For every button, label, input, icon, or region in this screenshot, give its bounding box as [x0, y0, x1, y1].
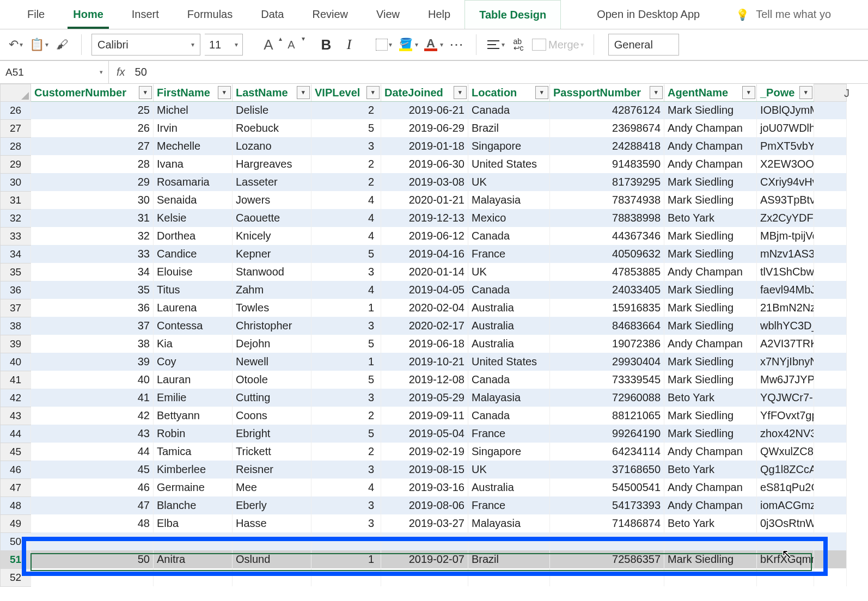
cell-location[interactable]: United States	[468, 353, 550, 371]
cell-passportnumber[interactable]: 37168650	[550, 461, 664, 479]
cell-location[interactable]: Singapore	[468, 443, 550, 461]
col-header-viplevel[interactable]: VIPLevel▾	[311, 84, 381, 102]
cell-location[interactable]: Malayasia	[468, 191, 550, 209]
cell-location[interactable]: Canada	[468, 101, 550, 119]
cell-firstname[interactable]: Blanche	[154, 496, 233, 514]
row-header[interactable]: 35	[1, 263, 31, 281]
cell-datejoined[interactable]: 2019-08-15	[381, 461, 468, 479]
cell-passportnumber[interactable]: 47853885	[550, 263, 664, 281]
cell-datejoined[interactable]: 2020-02-04	[381, 299, 468, 317]
cell-datejoined[interactable]: 2019-12-13	[381, 209, 468, 227]
cell-viplevel[interactable]: 4	[311, 209, 381, 227]
cell-lastname[interactable]: Eberly	[233, 496, 311, 514]
cell-viplevel[interactable]: 4	[311, 479, 381, 496]
cell-location[interactable]: UK	[468, 263, 550, 281]
cell-agentname[interactable]: Andy Champan	[664, 335, 757, 353]
fill-color-button[interactable]: 🪣▾	[398, 34, 418, 56]
cell-agentname[interactable]: Andy Champan	[664, 263, 757, 281]
select-all-corner[interactable]	[1, 84, 31, 102]
cell-lastname[interactable]: Hargreaves	[233, 155, 311, 173]
cell-datejoined[interactable]: 2020-01-21	[381, 191, 468, 209]
cell-customernumber[interactable]: 32	[31, 227, 154, 245]
cell-agentname[interactable]: Mark Siedling	[664, 299, 757, 317]
cell-agentname[interactable]: Mark Siedling	[664, 550, 757, 568]
cell-agentname[interactable]: Andy Champan	[664, 119, 757, 137]
cell-firstname[interactable]: Dorthea	[154, 227, 233, 245]
cell-customernumber[interactable]: 42	[31, 407, 154, 425]
cell-passportnumber[interactable]: 72960088	[550, 389, 664, 407]
cell-lastname[interactable]: Newell	[233, 353, 311, 371]
cell-datejoined[interactable]: 2019-12-08	[381, 371, 468, 389]
row-header[interactable]: 40	[1, 353, 31, 371]
cell-powe[interactable]: Zx2CyYDFm2E	[757, 209, 814, 227]
table-row[interactable]: 4847BlancheEberly32019-08-06France541733…	[1, 496, 847, 514]
cell-datejoined[interactable]: 2019-03-08	[381, 173, 468, 191]
cell-lastname[interactable]: Zahm	[233, 281, 311, 299]
cell-location[interactable]: Malayasia	[468, 389, 550, 407]
undo-button[interactable]: ↶▾	[7, 34, 25, 56]
cell-location[interactable]: UK	[468, 461, 550, 479]
tab-data[interactable]: Data	[247, 0, 298, 29]
cell-datejoined[interactable]: 2019-05-04	[381, 425, 468, 443]
cell-powe[interactable]	[757, 532, 814, 550]
cell-passportnumber[interactable]: 78838998	[550, 209, 664, 227]
table-row[interactable]: 5150AnitraOslund12019-02-07Brazil7258635…	[1, 550, 847, 568]
cell-customernumber[interactable]: 30	[31, 191, 154, 209]
cell-agentname[interactable]	[664, 532, 757, 550]
cell-customernumber[interactable]: 26	[31, 119, 154, 137]
cell-datejoined[interactable]: 2020-02-17	[381, 317, 468, 335]
cell-viplevel[interactable]: 3	[311, 263, 381, 281]
row-header[interactable]: 42	[1, 389, 31, 407]
cell-agentname[interactable]: Mark Siedling	[664, 191, 757, 209]
italic-button[interactable]: I	[340, 34, 358, 56]
table-row[interactable]: 4746GermaineMee42019-03-16Australia54500…	[1, 479, 847, 496]
row-header[interactable]: 45	[1, 443, 31, 461]
tab-table-design[interactable]: Table Design	[464, 0, 561, 29]
cell-datejoined[interactable]: 2019-04-16	[381, 245, 468, 263]
cell-viplevel[interactable]: 3	[311, 496, 381, 514]
cell-location[interactable]: Canada	[468, 371, 550, 389]
col-header-firstname[interactable]: FirstName▾	[154, 84, 233, 102]
cell-agentname[interactable]: Andy Champan	[664, 479, 757, 496]
cell-agentname[interactable]: Beto Yark	[664, 461, 757, 479]
cell-powe[interactable]: x7NYjIbnyN0	[757, 353, 814, 371]
table-row[interactable]: 52	[1, 568, 847, 586]
cell-passportnumber[interactable]: 54500541	[550, 479, 664, 496]
cell-datejoined[interactable]: 2019-01-18	[381, 137, 468, 155]
more-font-options[interactable]: ⋯	[448, 34, 466, 56]
cell-viplevel[interactable]: 2	[311, 155, 381, 173]
cell-lastname[interactable]: Lasseter	[233, 173, 311, 191]
cell-customernumber[interactable]: 34	[31, 263, 154, 281]
table-row[interactable]: 3130SenaidaJowers42020-01-21Malayasia783…	[1, 191, 847, 209]
cell-lastname[interactable]: Mee	[233, 479, 311, 496]
tab-home[interactable]: Home	[59, 0, 118, 29]
cell-passportnumber[interactable]	[550, 532, 664, 550]
cell-datejoined[interactable]: 2019-06-21	[381, 101, 468, 119]
cell-firstname[interactable]: Kelsie	[154, 209, 233, 227]
table-row[interactable]: 4443RobinEbright52019-05-04France9926419…	[1, 425, 847, 443]
col-header-lastname[interactable]: LastName▾	[233, 84, 311, 102]
cell-firstname[interactable]: Robin	[154, 425, 233, 443]
table-row[interactable]: 4948ElbaHasse32019-03-27Malayasia7148687…	[1, 514, 847, 532]
cell-viplevel[interactable]: 3	[311, 317, 381, 335]
cell-powe[interactable]: bKrfXGqmnqY	[757, 550, 814, 568]
cell-firstname[interactable]: Ivana	[154, 155, 233, 173]
cell-powe[interactable]: joU07WDlhf4	[757, 119, 814, 137]
cell-lastname[interactable]: Caouette	[233, 209, 311, 227]
cell-firstname[interactable]: Bettyann	[154, 407, 233, 425]
cell-powe[interactable]: Qg1l8ZCcALk	[757, 461, 814, 479]
cell-customernumber[interactable]: 50	[31, 550, 154, 568]
tab-help[interactable]: Help	[414, 0, 464, 29]
cell-passportnumber[interactable]: 24033405	[550, 281, 664, 299]
cell-passportnumber[interactable]: 71486874	[550, 514, 664, 532]
table-row[interactable]: 3332DortheaKnicely42019-06-12Canada44367…	[1, 227, 847, 245]
cell-powe[interactable]: 21BmN2Nzdkc	[757, 299, 814, 317]
cell-passportnumber[interactable]: 23698674	[550, 119, 664, 137]
cell-datejoined[interactable]: 2019-06-18	[381, 335, 468, 353]
cell-agentname[interactable]: Beto Yark	[664, 389, 757, 407]
cell-firstname[interactable]: Lauran	[154, 371, 233, 389]
row-header[interactable]: 32	[1, 209, 31, 227]
cell-firstname[interactable]: Tamica	[154, 443, 233, 461]
cell-passportnumber[interactable]: 54173393	[550, 496, 664, 514]
row-header[interactable]: 38	[1, 317, 31, 335]
